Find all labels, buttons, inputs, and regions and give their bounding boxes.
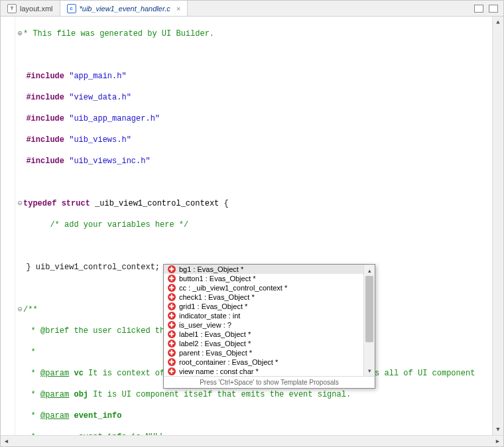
autocomplete-item-label: label2 : Evas_Object *	[179, 340, 251, 348]
tab-label: *uib_view1_event_handler.c	[80, 5, 170, 13]
autocomplete-item[interactable]: ✚bg1 : Evas_Object *	[164, 265, 375, 274]
member-icon: ✚	[168, 340, 176, 348]
autocomplete-popup: ✚bg1 : Evas_Object *✚button1 : Evas_Obje…	[163, 264, 375, 389]
member-icon: ✚	[168, 293, 176, 301]
member-icon: ✚	[168, 349, 176, 357]
autocomplete-item[interactable]: ✚check1 : Evas_Object *	[164, 292, 375, 302]
member-icon: ✚	[168, 330, 176, 338]
scrollbar-thumb[interactable]	[365, 276, 373, 342]
autocomplete-item-label: is_user_view : ?	[179, 321, 231, 329]
member-icon: ✚	[168, 321, 176, 329]
autocomplete-list: ✚bg1 : Evas_Object *✚button1 : Evas_Obje…	[164, 265, 375, 376]
tab-bar: T layout.xml c *uib_view1_event_handler.…	[1, 1, 503, 17]
toolbar-right	[474, 5, 503, 13]
scroll-up-icon[interactable]: ▲	[493, 17, 503, 28]
member-icon: ✚	[168, 302, 176, 310]
autocomplete-item[interactable]: ✚button1 : Evas_Object *	[164, 274, 375, 283]
autocomplete-item[interactable]: ✚view name : const char *	[164, 367, 375, 376]
autocomplete-item[interactable]: ✚indicator_state : int	[164, 311, 375, 320]
member-icon: ✚	[168, 265, 176, 273]
autocomplete-item-label: view name : const char *	[179, 367, 259, 375]
autocomplete-item-label: bg1 : Evas_Object *	[179, 265, 243, 273]
member-icon: ✚	[168, 275, 176, 283]
member-icon: ✚	[168, 312, 176, 320]
member-icon: ✚	[168, 284, 176, 292]
autocomplete-item-label: check1 : Evas_Object *	[179, 293, 255, 301]
autocomplete-item-label: label1 : Evas_Object *	[179, 330, 251, 338]
scroll-right-icon[interactable]: ▶	[492, 436, 503, 446]
tab-event-handler-c[interactable]: c *uib_view1_event_handler.c ×	[60, 1, 188, 16]
scroll-down-icon[interactable]: ▾	[364, 365, 375, 376]
autocomplete-scrollbar[interactable]: ▴ ▾	[363, 265, 375, 376]
close-icon[interactable]: ×	[176, 5, 180, 13]
xml-file-icon: T	[7, 4, 17, 13]
autocomplete-item-label: button1 : Evas_Object *	[179, 275, 256, 283]
tab-layout-xml[interactable]: T layout.xml	[1, 1, 60, 16]
autocomplete-item[interactable]: ✚root_container : Evas_Object *	[164, 357, 375, 367]
autocomplete-item[interactable]: ✚label1 : Evas_Object *	[164, 330, 375, 339]
autocomplete-item-label: root_container : Evas_Object *	[179, 358, 278, 366]
member-icon: ✚	[168, 358, 176, 366]
gutter	[1, 17, 15, 435]
vertical-scrollbar[interactable]: ▲ ▼	[492, 17, 503, 435]
autocomplete-item[interactable]: ✚is_user_view : ?	[164, 320, 375, 330]
maximize-view-icon[interactable]	[489, 5, 498, 13]
minimize-view-icon[interactable]	[474, 5, 483, 13]
tab-label: layout.xml	[20, 5, 53, 13]
autocomplete-item-label: parent : Evas_Object *	[179, 349, 252, 357]
scroll-down-icon[interactable]: ▼	[493, 424, 503, 435]
member-icon: ✚	[168, 367, 176, 375]
scroll-left-icon[interactable]: ◀	[1, 436, 12, 446]
autocomplete-hint: Press 'Ctrl+Space' to show Template Prop…	[164, 376, 375, 388]
autocomplete-item[interactable]: ✚grid1 : Evas_Object *	[164, 302, 375, 311]
scroll-up-icon[interactable]: ▴	[364, 265, 375, 276]
autocomplete-item-label: grid1 : Evas_Object *	[179, 302, 247, 310]
autocomplete-item[interactable]: ✚parent : Evas_Object *	[164, 348, 375, 357]
autocomplete-item[interactable]: ✚label2 : Evas_Object *	[164, 339, 375, 348]
autocomplete-item-label: cc : _uib_view1_control_context *	[179, 284, 287, 292]
horizontal-scrollbar[interactable]: ◀ ▶	[1, 435, 503, 446]
autocomplete-item-label: indicator_state : int	[179, 312, 240, 320]
autocomplete-item[interactable]: ✚cc : _uib_view1_control_context *	[164, 283, 375, 292]
c-file-icon: c	[67, 4, 76, 13]
